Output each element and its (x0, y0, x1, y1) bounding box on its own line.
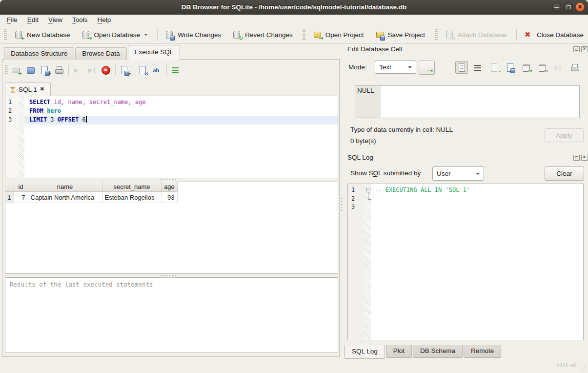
resize-grip[interactable] (579, 364, 586, 371)
menu-tools[interactable]: Tools (67, 15, 93, 25)
tab-execute-sql[interactable]: Execute SQL (128, 45, 181, 60)
word-wrap-button[interactable] (169, 63, 182, 76)
cell-id[interactable]: 7 (14, 192, 28, 203)
new-database-label: New Database (27, 31, 70, 39)
close-database-button[interactable]: ✖Close Database (520, 28, 588, 41)
database-attach-icon: ∞ (445, 30, 455, 40)
toolbar-grip[interactable] (303, 29, 305, 41)
edit-cell-float-icon[interactable] (573, 46, 580, 52)
dock-tab-sql-log[interactable]: SQL Log (345, 345, 385, 359)
open-database-label: Open Database (94, 31, 141, 39)
mode-combobox-value: Text (379, 63, 391, 71)
edit-cell-dock-title: Edit Database Cell (347, 45, 402, 53)
save-sql-file-button[interactable] (38, 63, 51, 76)
dropdown-caret-icon[interactable] (144, 34, 147, 37)
save-project-button[interactable]: Save Project (371, 28, 429, 41)
auto-format-button[interactable]: ab (150, 63, 163, 76)
cell-editor[interactable]: NULL (355, 85, 580, 118)
menu-bar: FileEditViewToolsHelp (0, 15, 588, 26)
toolbar-grip[interactable] (4, 29, 7, 41)
database-revert-icon: ↻ (232, 30, 242, 40)
dock-tab-plot[interactable]: Plot (386, 345, 412, 358)
save-project-label: Save Project (388, 31, 426, 39)
results-message-pane[interactable]: Results of the last executed statements (5, 277, 338, 353)
open-file-button[interactable] (487, 61, 500, 74)
splitter-editor-table[interactable] (160, 179, 178, 181)
text-mode-button[interactable] (455, 61, 468, 74)
open-sql-file-button[interactable] (24, 63, 37, 76)
cell-name[interactable]: Captain North America (28, 192, 102, 203)
dock-tab-db-schema[interactable]: DB Schema (413, 345, 463, 358)
menu-view[interactable]: View (43, 15, 67, 25)
results-message-text: Results of the last executed statements (10, 281, 153, 288)
sql-log-close-icon[interactable] (581, 155, 588, 161)
toolbar-grip[interactable] (5, 65, 8, 75)
toolbar-grip[interactable] (435, 29, 438, 41)
export-results-button[interactable] (118, 63, 130, 76)
column-header-id[interactable]: id (14, 182, 28, 192)
attach-database-button[interactable]: ∞Attach Database (441, 28, 510, 41)
clear-log-button[interactable]: Clear (545, 166, 584, 181)
menu-help[interactable]: Help (93, 15, 116, 25)
column-header-secret-name[interactable]: secret_name (102, 182, 162, 192)
write-changes-button[interactable]: Write Changes (161, 28, 225, 41)
auto-switch-mode-button[interactable]: → (419, 61, 435, 75)
mode-combobox[interactable]: Text (375, 61, 416, 74)
table-row: 17Captain North AmericaEsteban Rogelios9… (5, 192, 177, 203)
print-button[interactable] (52, 63, 65, 76)
set-null-icon (553, 62, 564, 73)
import-data-button[interactable] (504, 61, 516, 74)
menu-edit[interactable]: Edit (22, 15, 43, 25)
log-fold-margin (364, 184, 371, 340)
dropdown-caret-icon[interactable] (498, 71, 501, 74)
log-line-numbers: 123 (348, 184, 364, 340)
sql-log-view[interactable]: 123-- EXECUTING ALL IN 'SQL 1'-- (347, 184, 584, 340)
row-number[interactable]: 1 (5, 192, 14, 203)
word-wrap-icon (170, 65, 181, 75)
tab-browse-data[interactable]: Browse Data (75, 47, 126, 60)
maximize-button[interactable] (564, 2, 573, 12)
copy-link-button[interactable]: ∞ (536, 61, 548, 74)
dropdown-caret-icon[interactable] (48, 73, 51, 76)
titlebar[interactable]: DB Browser for SQLite - /home/user/code/… (0, 0, 588, 15)
sql-log-float-icon[interactable] (573, 155, 580, 161)
tab-database-structure[interactable]: Database Structure (4, 47, 74, 60)
sql-file-tab[interactable]: SQL 1 (5, 83, 51, 96)
open-database-button[interactable]: →Open Database (77, 28, 152, 41)
set-null-button[interactable] (552, 61, 565, 74)
editor-line: FROM hero (29, 107, 61, 114)
cell-age[interactable]: 93 (162, 192, 177, 203)
new-tab-button[interactable]: + (10, 63, 22, 76)
dropdown-caret-icon[interactable] (128, 73, 131, 76)
minimize-button[interactable] (552, 2, 561, 12)
splitter-table-message[interactable] (160, 274, 178, 277)
corner-header[interactable] (5, 182, 14, 192)
column-header-age[interactable]: age (162, 182, 177, 192)
write-changes-label: Write Changes (178, 31, 221, 39)
sql-editor[interactable]: 123SELECT id, name, secret_name, ageFROM… (5, 96, 338, 178)
fold-collapse-icon[interactable] (366, 188, 370, 192)
column-header-name[interactable]: name (28, 182, 102, 192)
export-data-button[interactable]: → (520, 61, 532, 74)
stop-button[interactable]: ✖ (99, 63, 112, 76)
database-close-icon: ✖ (524, 30, 534, 40)
submitted-by-combobox[interactable]: User (432, 166, 484, 181)
cell-secret-name[interactable]: Esteban Rogelios (102, 192, 162, 203)
print-button[interactable] (568, 61, 581, 74)
toolbar-separator (115, 65, 116, 75)
new-database-button[interactable]: +New Database (10, 28, 74, 41)
wrap-dark-button[interactable] (471, 61, 484, 74)
menu-file[interactable]: File (2, 15, 22, 25)
execute-current-button[interactable]: ▶ (85, 63, 98, 76)
close-window-button[interactable] (575, 2, 585, 12)
open-project-button[interactable]: →Open Project (308, 28, 368, 41)
execute-all-button[interactable]: ▶ (71, 63, 83, 76)
close-sql-tab-icon[interactable] (40, 87, 46, 93)
dock-tab-remote[interactable]: Remote (464, 345, 501, 358)
edit-cell-close-icon[interactable] (581, 46, 588, 52)
editor-line-numbers: 123 (5, 96, 19, 178)
splitter-vertical[interactable] (341, 197, 343, 212)
apply-button[interactable]: Apply (545, 128, 584, 142)
revert-changes-button[interactable]: ↻Revert Changes (228, 28, 297, 41)
find-in-sql-button[interactable]: ∞ (136, 63, 149, 76)
